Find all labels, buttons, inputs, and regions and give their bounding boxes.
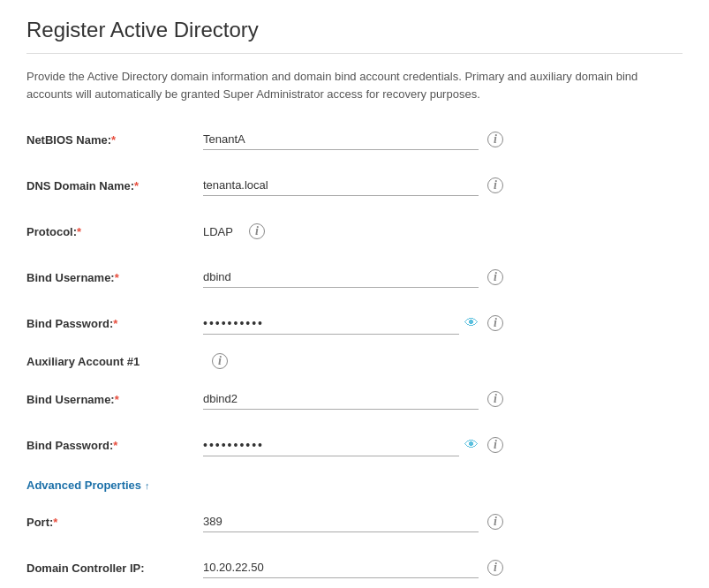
netbios-info-icon[interactable]: i [487,132,503,147]
bind-username-input[interactable] [203,267,479,288]
port-control: i [203,511,503,532]
aux-bind-username-label: Bind Username:* [26,393,203,406]
aux-bind-password-label: Bind Password:* [26,439,203,452]
netbios-control: i [203,129,503,150]
protocol-value: LDAP [203,225,233,238]
protocol-label: Protocol:* [26,225,203,238]
aux-bind-username-input[interactable] [203,388,479,410]
page-title: Register Active Directory [26,18,683,54]
aux-account-row: Auxiliary Account #1 i [26,353,683,369]
dns-info-icon[interactable]: i [487,177,503,193]
bind-username-info-icon[interactable]: i [487,269,503,285]
port-input[interactable] [203,511,479,532]
bind-username-row: Bind Username:* i [26,261,683,293]
aux-bind-password-input[interactable] [203,434,459,456]
aux-bind-password-row: Bind Password:* 👁 i [26,429,683,461]
netbios-input[interactable] [203,129,479,150]
aux-bind-password-eye-icon[interactable]: 👁 [464,437,479,453]
dns-control: i [203,175,503,196]
bind-password-info-icon[interactable]: i [487,315,503,331]
aux-bind-username-info-icon[interactable]: i [487,391,503,407]
domain-controller-row: Domain Controller IP: i [26,552,683,584]
protocol-row: Protocol:* LDAP i [26,215,683,247]
dns-row: DNS Domain Name:* i [26,170,683,201]
domain-controller-info-icon[interactable]: i [487,560,503,576]
aux-bind-password-info-icon[interactable]: i [487,437,503,453]
port-info-icon[interactable]: i [487,514,503,530]
netbios-row: NetBIOS Name:* i [26,124,683,155]
port-label: Port:* [26,516,203,529]
advanced-properties-label: Advanced Properties [26,479,141,492]
bind-password-label: Bind Password:* [26,317,203,330]
advanced-properties-toggle[interactable]: Advanced Properties ↑ [26,479,150,492]
aux-bind-username-control: i [203,388,503,410]
protocol-control: LDAP i [203,223,503,239]
protocol-info-icon[interactable]: i [249,223,265,239]
bind-username-label: Bind Username:* [26,271,203,284]
aux-bind-password-control: 👁 i [203,434,503,456]
bind-password-eye-icon[interactable]: 👁 [464,315,479,331]
domain-controller-label: Domain Controller IP: [26,562,203,575]
port-row: Port:* i [26,506,683,538]
domain-controller-control: i [203,557,503,578]
aux-bind-username-row: Bind Username:* i [26,383,683,415]
description: Provide the Active Directory domain info… [26,68,645,102]
chevron-up-icon: ↑ [145,480,150,491]
domain-controller-input[interactable] [203,557,479,578]
bind-username-control: i [203,267,503,288]
bind-password-control: 👁 i [203,313,503,335]
aux-account-info-icon[interactable]: i [212,353,228,369]
aux-account-label: Auxiliary Account #1 [26,355,203,368]
dns-input[interactable] [203,175,479,196]
dns-label: DNS Domain Name:* [26,179,203,192]
netbios-label: NetBIOS Name:* [26,133,203,147]
bind-password-input[interactable] [203,313,459,335]
bind-password-row: Bind Password:* 👁 i [26,307,683,339]
